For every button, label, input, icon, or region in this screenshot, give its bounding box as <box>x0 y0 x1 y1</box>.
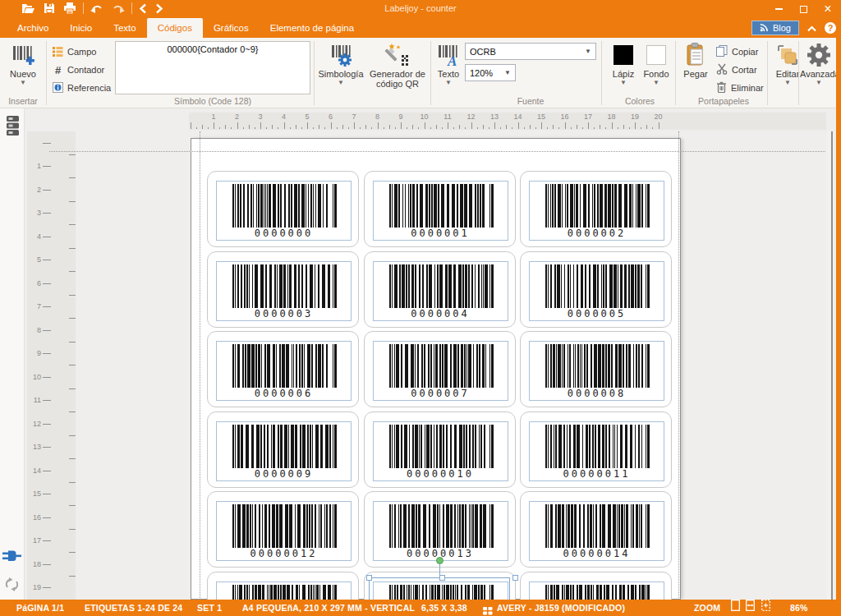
group-separator <box>675 41 676 105</box>
zoom-fit-width-icon[interactable] <box>745 600 756 616</box>
selection-layer <box>0 108 841 600</box>
titlebar: Labeljoy - counter × <box>0 0 841 18</box>
cortar-button[interactable]: Cortar <box>716 62 757 78</box>
selection-rect[interactable] <box>369 577 510 600</box>
font-size-select[interactable]: 120% ▼ <box>465 64 516 81</box>
simbologia-dropdown-icon: ▼ <box>317 80 365 86</box>
lapiz-button[interactable]: Lápiz ▼ <box>608 41 639 86</box>
tab-graficos[interactable]: Gráficos <box>203 18 260 38</box>
status-label-size: 6,35 X 3,38 <box>421 600 467 616</box>
group-separator <box>430 41 431 105</box>
simbologia-button[interactable]: Simbología ▼ <box>317 41 365 86</box>
window-title: Labeljoy - counter <box>0 3 841 13</box>
campo-button[interactable]: Campo <box>53 44 96 60</box>
qr-generator-label-1: Generador de <box>366 69 429 79</box>
pen-color-swatch <box>614 45 633 65</box>
nuevo-dropdown-icon: ▼ <box>5 80 41 86</box>
group-separator <box>767 41 768 105</box>
tab-archivo[interactable]: Archivo <box>7 18 59 38</box>
lapiz-dropdown-icon: ▼ <box>608 80 639 86</box>
tab-codigos[interactable]: Códigos <box>147 18 203 38</box>
avanzada-dropdown-icon: ▼ <box>800 80 838 86</box>
pegar-button[interactable]: Pegar <box>680 41 711 80</box>
ribbon-tabs: Archivo Inicio Texto Códigos Gráficos El… <box>0 18 841 38</box>
label-template-icon <box>483 604 493 616</box>
copy-icon <box>716 45 728 58</box>
zoom-fit-page-icon[interactable] <box>731 600 740 616</box>
paste-clipboard-icon <box>680 41 711 69</box>
campo-label: Campo <box>67 47 96 57</box>
counter-hash-icon: # <box>53 64 63 76</box>
eliminar-button[interactable]: Eliminar <box>716 80 764 96</box>
close-button[interactable]: × <box>821 2 834 16</box>
labeljoy-window: Labeljoy - counter × Archivo Inicio Text… <box>0 0 841 616</box>
collapse-ribbon-icon[interactable] <box>807 21 816 35</box>
group-separator <box>314 41 315 105</box>
pegar-label: Pegar <box>680 69 711 80</box>
field-list-icon <box>53 46 63 58</box>
texto-dropdown-icon: ▼ <box>434 80 463 86</box>
copiar-button[interactable]: Copiar <box>716 44 758 60</box>
font-size-value: 120% <box>470 68 493 78</box>
nuevo-button[interactable]: Nuevo ▼ <box>5 41 41 86</box>
avanzada-button[interactable]: Avanzada ▼ <box>800 41 838 86</box>
maximize-button[interactable] <box>797 2 810 16</box>
group-label-portapapeles: Portapapeles <box>680 95 767 107</box>
rotation-handle[interactable] <box>436 557 443 564</box>
trash-icon <box>716 81 727 94</box>
chevron-down-icon: ▼ <box>504 69 511 76</box>
group-label-insertar: Insertar <box>0 95 46 107</box>
status-set: SET 1 <box>197 600 222 616</box>
barcode-plus-icon <box>5 41 41 69</box>
status-page: PáGINA 1/1 <box>16 600 64 616</box>
contador-button[interactable]: # Contador <box>53 62 104 78</box>
fondo-dropdown-icon: ▼ <box>641 80 672 86</box>
blog-button[interactable]: Blog <box>751 21 799 35</box>
status-sheet-format: A4 PEQUEñA, 210 X 297 MM - VERTICAL <box>242 600 415 616</box>
texto-button[interactable]: A Texto ▼ <box>434 41 463 86</box>
qr-generator-label-2: código QR <box>366 79 429 89</box>
font-family-select[interactable]: OCRB ▼ <box>465 43 596 60</box>
tab-elemento-pagina[interactable]: Elemento de página <box>260 18 365 38</box>
gear-icon <box>800 41 838 69</box>
symbol-content-box[interactable]: 000000{Contador 0~9} <box>115 41 310 94</box>
rss-icon <box>760 23 769 34</box>
cortar-label: Cortar <box>732 65 757 75</box>
statusbar: PáGINA 1/1 ETIQUETAS 1-24 DE 24 SET 1 A4… <box>0 600 841 616</box>
zoom-custom-icon[interactable] <box>761 600 771 616</box>
ribbon: Nuevo ▼ Insertar Campo # Contador Refere… <box>0 38 841 108</box>
chevron-down-icon: ▼ <box>585 48 591 55</box>
copiar-label: Copiar <box>732 47 758 57</box>
selection-handle[interactable] <box>512 575 518 581</box>
group-label-simbolo: Símbolo (Code 128) <box>115 95 310 107</box>
barcode-gear-icon <box>317 41 365 69</box>
referencia-label: Referencia <box>67 83 111 93</box>
fondo-button[interactable]: Fondo ▼ <box>641 41 672 86</box>
rotation-stem <box>439 563 440 578</box>
scrollbar-thumb[interactable] <box>831 131 833 600</box>
background-color-swatch <box>646 45 666 65</box>
group-label-fuente: Fuente <box>465 95 596 107</box>
selection-handle[interactable] <box>366 575 372 581</box>
symbol-formula: 000000{Contador 0~9} <box>167 44 258 54</box>
svg-text:A: A <box>447 53 457 67</box>
status-labels-count: ETIQUETAS 1-24 DE 24 <box>85 600 182 616</box>
status-zoom-value[interactable]: 86% <box>790 600 808 616</box>
barcode-text-icon: A <box>434 41 463 69</box>
blog-label: Blog <box>773 23 791 33</box>
eliminar-label: Eliminar <box>731 83 764 93</box>
help-icon[interactable]: ? <box>825 22 836 34</box>
minimize-button[interactable] <box>772 2 785 16</box>
status-template[interactable]: AVERY - J8159 (MODIFICADO) <box>497 600 625 616</box>
group-label-colores: Colores <box>608 95 672 107</box>
tab-texto[interactable]: Texto <box>103 18 147 38</box>
reference-info-icon <box>53 82 63 94</box>
qr-generator-button[interactable]: Generador de código QR <box>366 41 429 89</box>
vertical-scrollbar[interactable] <box>826 131 834 600</box>
group-separator <box>601 41 602 105</box>
contador-label: Contador <box>67 65 104 75</box>
design-canvas-area: 1234567891011121314151617181920 12345678… <box>0 108 841 600</box>
referencia-button[interactable]: Referencia <box>53 80 111 96</box>
tab-inicio[interactable]: Inicio <box>59 18 103 38</box>
status-zoom-label: ZOOM <box>694 600 720 616</box>
